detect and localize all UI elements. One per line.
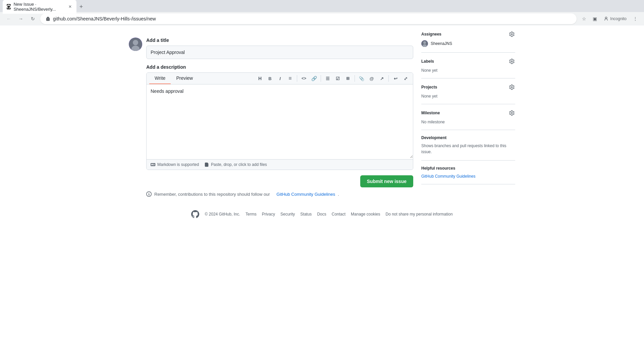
community-period: .: [338, 192, 339, 197]
footer-manage-cookies[interactable]: Manage cookies: [351, 212, 380, 217]
bookmark-button[interactable]: ☆: [579, 14, 589, 23]
incognito-icon: [603, 16, 609, 21]
toolbar-divider-1: [297, 75, 297, 82]
toolbar-unordered-list[interactable]: ☰: [323, 74, 332, 83]
milestone-header: Milestone: [421, 110, 515, 116]
footer-privacy[interactable]: Privacy: [262, 212, 275, 217]
write-tab[interactable]: Write: [149, 73, 171, 84]
markdown-notice: Markdown is supported: [151, 162, 199, 167]
gear-icon-labels: [509, 59, 515, 64]
toolbar-ref[interactable]: ↗: [377, 74, 386, 83]
assignee-avatar-img: [421, 40, 428, 47]
title-input[interactable]: [146, 46, 413, 59]
labels-value: None yet: [421, 68, 437, 73]
split-view-button[interactable]: ▣: [590, 14, 599, 23]
toolbar-divider-4: [388, 75, 389, 82]
milestone-title: Milestone: [421, 111, 440, 115]
toolbar-undo[interactable]: ↩: [391, 74, 400, 83]
projects-header: Projects: [421, 84, 515, 90]
footer-contact[interactable]: Contact: [332, 212, 345, 217]
toolbar-code[interactable]: <>: [299, 74, 309, 83]
milestone-value: No milestone: [421, 120, 445, 124]
reload-button[interactable]: ↻: [28, 14, 38, 23]
description-label: Add a description: [146, 64, 413, 70]
footer-do-not-share[interactable]: Do not share my personal information: [385, 212, 452, 217]
toolbar-task-list[interactable]: ☑: [333, 74, 342, 83]
toolbar-table[interactable]: ⊞: [343, 74, 353, 83]
footer-security[interactable]: Security: [280, 212, 295, 217]
sidebar-labels: Labels None yet: [421, 53, 515, 78]
toolbar-bold[interactable]: B: [265, 74, 275, 83]
svg-point-2: [133, 40, 138, 45]
address-bar-row: ← → ↻ github.com/SheenaJNS/Beverly-Hills…: [0, 12, 644, 25]
toolbar-heading[interactable]: H: [255, 74, 265, 83]
page-footer: © 2024 GitHub, Inc. Terms Privacy Securi…: [129, 197, 515, 225]
tab-close-button[interactable]: ✕: [68, 4, 72, 10]
development-description: Shows branches and pull requests linked …: [421, 143, 515, 155]
address-bar-actions: ☆ ▣ Incognito ⋮: [579, 14, 640, 23]
projects-title: Projects: [421, 85, 437, 89]
toolbar-mention[interactable]: @: [367, 74, 376, 83]
editor-footer: Markdown is supported Paste, drop, or cl…: [147, 159, 413, 170]
community-guidelines-link[interactable]: GitHub Community Guidelines: [276, 192, 335, 197]
footer-logo: [191, 210, 199, 218]
editor-wrapper: Write Preview H B I ≡ <>: [146, 72, 413, 170]
github-logo-icon: [191, 210, 199, 218]
milestone-gear[interactable]: [508, 110, 515, 116]
toolbar-fullscreen[interactable]: ⤢: [401, 74, 410, 83]
preview-tab[interactable]: Preview: [171, 73, 198, 84]
toolbar-italic[interactable]: I: [275, 74, 285, 83]
footer-status[interactable]: Status: [300, 212, 312, 217]
sidebar-helpful-resources: Helpful resources GitHub Community Guide…: [421, 161, 515, 184]
address-bar[interactable]: github.com/SheenaJNS/Beverly-Hills-/issu…: [40, 13, 577, 24]
forward-button[interactable]: →: [16, 14, 25, 23]
helpful-resources-link[interactable]: GitHub Community Guidelines: [421, 174, 475, 179]
sidebar-projects: Projects None yet: [421, 78, 515, 104]
lock-icon: [46, 16, 50, 21]
tab-bar: New Issue · SheenaJNS/Beverly... ✕ +: [0, 0, 644, 12]
sidebar-milestone: Milestone No milestone: [421, 104, 515, 130]
assignee-avatar: [421, 40, 428, 47]
projects-gear[interactable]: [508, 84, 515, 90]
incognito-button[interactable]: Incognito: [601, 14, 629, 23]
assignees-header: Assignees: [421, 31, 515, 38]
gear-icon: [509, 32, 515, 37]
toolbar-divider-3: [355, 75, 355, 82]
back-button[interactable]: ←: [4, 14, 13, 23]
labels-gear[interactable]: [508, 58, 515, 65]
content-area: Add a title Add a description Write Prev…: [129, 25, 515, 197]
attach-text: Paste, drop, or click to add files: [211, 162, 267, 167]
labels-title: Labels: [421, 59, 434, 64]
community-text: Remember, contributions to this reposito…: [154, 192, 270, 197]
tab-title: New Issue · SheenaJNS/Beverly...: [13, 2, 65, 12]
helpful-resources-header: Helpful resources: [421, 166, 515, 171]
development-title: Development: [421, 135, 446, 140]
gear-icon-projects: [509, 84, 515, 90]
attach-icon: [204, 162, 209, 167]
svg-point-5: [423, 41, 426, 44]
footer-terms[interactable]: Terms: [246, 212, 257, 217]
sidebar-assignees: Assignees: [421, 31, 515, 53]
new-tab-button[interactable]: +: [76, 2, 86, 11]
toolbar-link[interactable]: 🔗: [309, 74, 319, 83]
helpful-resources-title: Helpful resources: [421, 166, 455, 171]
svg-point-0: [605, 17, 607, 19]
community-notice: Remember, contributions to this reposito…: [146, 191, 413, 197]
toolbar-attach[interactable]: 📎: [357, 74, 366, 83]
avatar-image: [129, 38, 142, 51]
active-tab[interactable]: New Issue · SheenaJNS/Beverly... ✕: [3, 0, 76, 14]
submit-row: Submit new issue: [146, 175, 413, 187]
footer-copyright: © 2024 GitHub, Inc.: [205, 212, 240, 217]
attach-notice[interactable]: Paste, drop, or click to add files: [204, 162, 267, 167]
assignee-item: SheenaJNS: [421, 40, 515, 47]
info-icon: [146, 191, 152, 197]
assignees-gear[interactable]: [508, 31, 515, 38]
submit-button[interactable]: Submit new issue: [360, 175, 413, 187]
toolbar-ordered-list[interactable]: ≡: [285, 74, 295, 83]
description-textarea[interactable]: Needs approval: [147, 84, 413, 158]
footer-docs[interactable]: Docs: [317, 212, 326, 217]
toolbar-divider-2: [321, 75, 321, 82]
development-header: Development: [421, 135, 515, 140]
tab-favicon: [7, 4, 11, 9]
more-button[interactable]: ⋮: [631, 14, 640, 23]
